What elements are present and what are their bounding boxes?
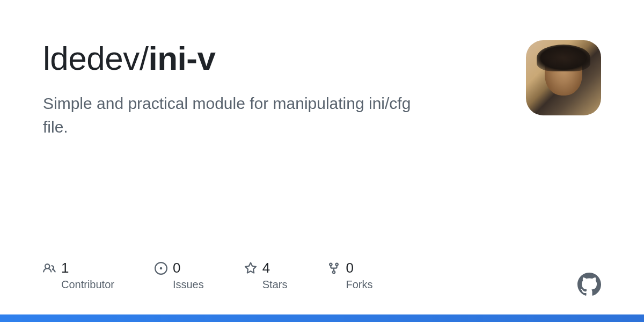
stat-count: 0 (346, 260, 353, 276)
stat-forks: 0 Forks (327, 260, 372, 291)
title-section: ldedev/ini-v Simple and practical module… (43, 40, 526, 138)
issue-icon (155, 262, 167, 275)
stat-contributors: 1 Contributor (43, 260, 114, 291)
stats-row: 1 Contributor 0 Issues 4 Stars (43, 260, 372, 291)
star-icon (244, 262, 257, 275)
stat-issues: 0 Issues (155, 260, 204, 291)
github-logo-icon (577, 273, 601, 296)
stat-label: Contributor (43, 279, 114, 291)
fork-icon (327, 262, 340, 275)
stat-count: 4 (262, 260, 270, 276)
avatar (526, 40, 601, 115)
repo-name: ini-v (148, 40, 215, 77)
people-icon (43, 262, 56, 275)
stat-count: 1 (61, 260, 69, 276)
header: ldedev/ini-v Simple and practical module… (43, 40, 601, 138)
accent-bar (0, 314, 644, 322)
social-card: ldedev/ini-v Simple and practical module… (0, 0, 644, 322)
stat-label: Forks (327, 279, 372, 291)
title-separator: / (140, 40, 149, 77)
stat-count: 0 (173, 260, 180, 276)
repo-description: Simple and practical module for manipula… (43, 92, 429, 138)
repo-owner: ldedev (43, 40, 140, 77)
stat-label: Stars (244, 279, 288, 291)
stat-stars: 4 Stars (244, 260, 288, 291)
stat-label: Issues (155, 279, 204, 291)
repo-title: ldedev/ini-v (43, 40, 504, 77)
